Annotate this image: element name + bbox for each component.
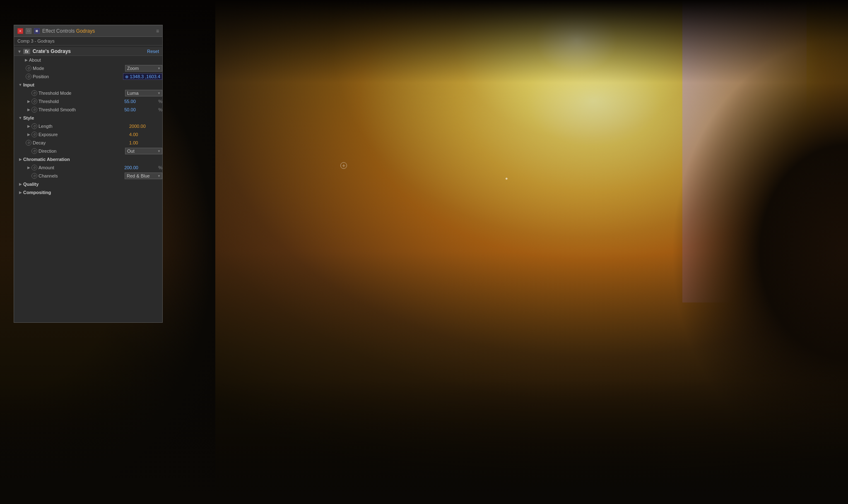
about-label: About [29,58,162,62]
threshold-smooth-expand[interactable] [26,108,31,112]
position-label: Position [33,74,123,79]
channels-row: ⏱ Channels Red & Blue Red & Green Blue &… [14,172,162,180]
exposure-stopwatch[interactable]: ⏱ [31,132,37,137]
amount-expand[interactable] [26,166,31,170]
mode-label: Mode [33,66,125,71]
panel-title: Effect Controls Godrays [42,28,95,34]
about-row: About [14,56,162,64]
threshold-smooth-value[interactable]: 50.00 [124,107,157,112]
threshold-mode-stopwatch[interactable]: ⏱ [31,90,37,96]
threshold-expand[interactable] [26,99,31,103]
threshold-mode-row: ⏱ Threshold Mode Luma Alpha RGB ▼ [14,89,162,97]
chromatic-section-row: Chromatic Aberration [14,155,162,163]
threshold-mode-label: Threshold Mode [39,91,125,96]
position-stopwatch[interactable]: ⏱ [26,74,31,79]
compositing-section-row: Compositing [14,188,162,197]
effect-name: Crate's Godrays [33,48,147,54]
panel-titlebar: × □ ▣ Effect Controls Godrays ≡ [14,25,162,37]
channels-stopwatch[interactable]: ⏱ [31,173,37,179]
exposure-row: ⏱ Exposure 4.00 [14,130,162,139]
threshold-smooth-stopwatch[interactable]: ⏱ [31,107,37,113]
mode-select[interactable]: Zoom Standard Radial [125,65,162,72]
panel-icon-square: □ [26,28,31,34]
threshold-smooth-row: ⏱ Threshold Smooth 50.00 % [14,106,162,114]
threshold-row: ⏱ Threshold 55.00 % [14,97,162,106]
threshold-value[interactable]: 55.00 [124,99,157,104]
direction-label: Direction [39,149,125,154]
exposure-label: Exposure [39,132,129,137]
threshold-mode-select[interactable]: Luma Alpha RGB [125,90,162,96]
threshold-smooth-unit: % [158,107,162,112]
effect-expand-arrow[interactable]: ▼ [17,49,22,54]
style-label: Style [23,115,162,120]
decay-stopwatch[interactable]: ⏱ [26,140,31,146]
amount-value[interactable]: 200.00 [124,165,157,170]
threshold-unit: % [158,99,162,104]
exposure-expand[interactable] [26,132,31,137]
length-stopwatch[interactable]: ⏱ [31,123,37,129]
panel-icon-blue: ▣ [34,28,40,34]
amount-row: ⏱ Amount 200.00 % [14,163,162,172]
panel-menu-icon[interactable]: ≡ [156,28,159,34]
mouse-cursor: ● [505,176,508,181]
compositing-expand[interactable] [17,190,23,194]
channels-select[interactable]: Red & Blue Red & Green Blue & Green [125,173,162,179]
input-expand[interactable] [17,83,23,87]
close-button[interactable]: × [17,28,23,34]
style-section-row: Style [14,114,162,122]
effect-controls-panel: × □ ▣ Effect Controls Godrays ≡ Comp 3 -… [14,25,163,323]
threshold-smooth-label: Threshold Smooth [39,107,124,112]
chromatic-expand[interactable] [17,157,23,161]
panel-title-text: Effect Controls [42,28,75,34]
exposure-value[interactable]: 4.00 [129,132,162,137]
style-expand[interactable] [17,116,23,120]
amount-label: Amount [39,165,124,170]
amount-stopwatch[interactable]: ⏱ [31,165,37,170]
panel-content: ▼ fx Crate's Godrays Reset About ⏱ Mode … [14,46,162,322]
length-label: Length [39,124,129,129]
reset-button[interactable]: Reset [147,49,159,54]
panel-active-tab[interactable]: Godrays [76,28,95,34]
length-expand[interactable] [26,124,31,128]
length-value[interactable]: 2000.00 [129,124,162,129]
direction-select-wrapper: Out In Both ▼ [125,148,162,154]
quality-section-row: Quality [14,180,162,188]
compositing-label: Compositing [23,190,162,195]
decay-value[interactable]: 1.00 [129,140,162,145]
position-row: ⏱ Position ⊕ 1348.3 ,1603.4 [14,72,162,81]
input-section-row: Input [14,81,162,89]
decay-row: ⏱ Decay 1.00 [14,139,162,147]
channels-label: Channels [39,173,125,178]
position-value: 1348.3 ,1603.4 [130,74,160,79]
about-expand[interactable] [23,58,29,62]
quality-label: Quality [23,182,162,187]
threshold-label: Threshold [39,99,124,104]
mode-row: ⏱ Mode Zoom Standard Radial ▼ [14,64,162,72]
position-field[interactable]: ⊕ 1348.3 ,1603.4 [123,73,162,80]
direction-stopwatch[interactable]: ⏱ [31,148,37,154]
amount-unit: % [158,165,162,170]
comp-name: Comp 3 - Godrays [14,37,162,46]
direction-select[interactable]: Out In Both [125,148,162,154]
length-row: ⏱ Length 2000.00 [14,122,162,130]
direction-row: ⏱ Direction Out In Both ▼ [14,147,162,155]
threshold-stopwatch[interactable]: ⏱ [31,98,37,104]
decay-label: Decay [33,140,129,145]
mode-stopwatch[interactable]: ⏱ [26,65,31,71]
mode-select-wrapper: Zoom Standard Radial ▼ [125,65,162,72]
position-crosshair-icon: ⊕ [125,74,128,79]
channels-select-wrapper: Red & Blue Red & Green Blue & Green ▼ [125,173,162,179]
chromatic-label: Chromatic Aberration [23,157,162,162]
input-label: Input [23,82,162,87]
quality-expand[interactable] [17,182,23,186]
threshold-mode-select-wrapper: Luma Alpha RGB ▼ [125,90,162,96]
fx-badge: fx [23,49,30,54]
effect-header: ▼ fx Crate's Godrays Reset [14,47,162,56]
